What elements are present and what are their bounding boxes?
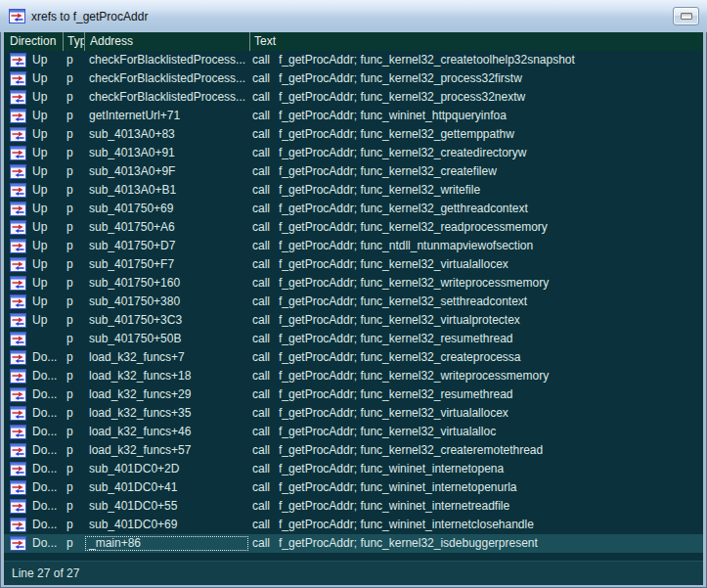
cell-direction: Up [32, 107, 63, 125]
xref-row[interactable]: Do... p sub_401DC0+41 call f_getProcAddr… [4, 478, 703, 497]
cell-type: p [63, 237, 84, 255]
xref-row[interactable]: Up p sub_401750+69 call f_getProcAddr; f… [4, 200, 703, 218]
cell-mnemonic: call [249, 311, 279, 330]
cell-mnemonic: call [249, 534, 279, 553]
cell-address: sub_401750+D7 [84, 238, 249, 254]
cell-mnemonic: call [249, 385, 279, 404]
xref-row[interactable]: Up p sub_401750+A6 call f_getProcAddr; f… [4, 218, 703, 237]
xref-row[interactable]: Up p sub_4013A0+9F call f_getProcAddr; f… [4, 162, 703, 181]
status-text: Line 27 of 27 [12, 566, 79, 580]
xref-row[interactable]: Do... p load_k32_funcs+29 call f_getProc… [4, 385, 703, 404]
xref-row[interactable]: Do... p sub_401DC0+55 call f_getProcAddr… [4, 497, 703, 516]
row-icon-cell [4, 536, 32, 551]
cell-type: p [63, 404, 84, 423]
header-type[interactable]: Typ [63, 32, 84, 51]
titlebar[interactable]: xrefs to f_getProcAddr [0, 0, 707, 32]
cell-direction: Do... [32, 516, 63, 534]
xref-icon [10, 499, 26, 514]
cell-direction: Up [32, 200, 63, 218]
cell-direction: Do... [32, 460, 63, 478]
cell-address: load_k32_funcs+57 [84, 442, 249, 459]
xref-row[interactable]: Do... p _main+86 call f_getProcAddr; fun… [4, 534, 703, 553]
xref-row[interactable]: Do... p load_k32_funcs+18 call f_getProc… [4, 367, 703, 385]
xref-row[interactable]: p sub_401750+50B call f_getProcAddr; fun… [4, 330, 703, 348]
xref-row[interactable]: Up p checkForBlacklistedProcess... call … [4, 51, 703, 69]
xref-row[interactable]: Do... p load_k32_funcs+46 call f_getProc… [4, 423, 703, 441]
cell-text: f_getProcAddr; func_kernel32_resumethrea… [279, 330, 703, 348]
cell-mnemonic: call [249, 293, 279, 311]
cell-address: sub_401DC0+41 [84, 479, 249, 496]
cell-mnemonic: call [249, 125, 279, 144]
column-headers: Direction Typ Address Text [4, 32, 703, 51]
cell-direction: Up [32, 293, 63, 311]
xref-icon [10, 406, 26, 421]
cell-text: f_getProcAddr; func_kernel32_createfilew [279, 162, 703, 181]
xref-row[interactable]: Up p sub_4013A0+91 call f_getProcAddr; f… [4, 144, 703, 162]
window-body: Direction Typ Address Text Up p checkFor… [4, 32, 703, 585]
row-icon-cell [4, 183, 32, 198]
xref-row[interactable]: Up p sub_4013A0+83 call f_getProcAddr; f… [4, 125, 703, 144]
cell-type: p [63, 534, 84, 553]
cell-direction: Up [32, 255, 63, 274]
cell-type: p [63, 162, 84, 181]
xref-row[interactable]: Up p sub_401750+380 call f_getProcAddr; … [4, 293, 703, 311]
cell-address: sub_401DC0+55 [84, 498, 249, 515]
row-icon-cell [4, 220, 32, 235]
header-direction[interactable]: Direction [4, 32, 63, 51]
header-address[interactable]: Address [84, 32, 249, 51]
cell-address: sub_401750+160 [84, 275, 249, 292]
xref-icon [10, 313, 26, 328]
xref-icon [10, 480, 26, 495]
row-icon-cell [4, 443, 32, 458]
restore-button[interactable] [673, 7, 699, 25]
cell-text: f_getProcAddr; func_kernel32_writefile [279, 181, 703, 200]
cell-mnemonic: call [249, 441, 279, 460]
xref-row[interactable]: Up p getInternetUrl+71 call f_getProcAdd… [4, 107, 703, 125]
cell-type: p [63, 107, 84, 125]
cell-type: p [63, 69, 84, 88]
cell-address: sub_4013A0+91 [84, 145, 249, 161]
cell-direction: Do... [32, 348, 63, 367]
xref-icon [10, 294, 26, 309]
cell-address: sub_4013A0+9F [84, 163, 249, 180]
xref-row[interactable]: Do... p load_k32_funcs+35 call f_getProc… [4, 404, 703, 423]
cell-text: f_getProcAddr; func_kernel32_gettemppath… [279, 125, 703, 144]
cell-address: getInternetUrl+71 [84, 108, 249, 124]
xref-row[interactable]: Up p checkForBlacklistedProcess... call … [4, 69, 703, 88]
xref-icon [10, 239, 26, 253]
xref-row[interactable]: Do... p load_k32_funcs+7 call f_getProcA… [4, 348, 703, 367]
cell-address: sub_401750+69 [84, 201, 249, 217]
cell-type: p [63, 497, 84, 516]
xref-row[interactable]: Do... p sub_401DC0+69 call f_getProcAddr… [4, 516, 703, 534]
row-icon-cell [4, 90, 32, 105]
xref-icon [10, 109, 26, 123]
cell-mnemonic: call [249, 460, 279, 478]
cell-type: p [63, 218, 84, 237]
xref-row[interactable]: Up p sub_401750+F7 call f_getProcAddr; f… [4, 255, 703, 274]
cell-text: f_getProcAddr; func_kernel32_setthreadco… [279, 293, 703, 311]
cell-text: f_getProcAddr; func_kernel32_readprocess… [279, 218, 703, 237]
cell-type: p [63, 367, 84, 385]
cell-address: sub_401750+50B [84, 331, 249, 347]
xref-icon [10, 127, 26, 142]
cell-direction: Up [32, 237, 63, 255]
cell-type: p [63, 125, 84, 144]
cell-address: sub_401750+380 [84, 294, 249, 310]
cell-direction: Up [32, 181, 63, 200]
xref-row[interactable]: Up p sub_401750+3C3 call f_getProcAddr; … [4, 311, 703, 330]
xref-row[interactable]: Up p sub_4013A0+B1 call f_getProcAddr; f… [4, 181, 703, 200]
header-text[interactable]: Text [249, 32, 703, 51]
xref-row[interactable]: Up p checkForBlacklistedProcess... call … [4, 88, 703, 107]
xref-row[interactable]: Do... p sub_401DC0+2D call f_getProcAddr… [4, 460, 703, 478]
xref-row[interactable]: Up p sub_401750+D7 call f_getProcAddr; f… [4, 237, 703, 255]
cell-direction: Do... [32, 423, 63, 441]
cell-direction: Do... [32, 385, 63, 404]
xref-row[interactable]: Do... p load_k32_funcs+57 call f_getProc… [4, 441, 703, 460]
cell-mnemonic: call [249, 237, 279, 255]
row-icon-cell [4, 127, 32, 142]
xref-icon [10, 462, 26, 476]
row-icon-cell [4, 276, 32, 291]
xref-row[interactable]: Up p sub_401750+160 call f_getProcAddr; … [4, 274, 703, 293]
cell-mnemonic: call [249, 69, 279, 88]
restore-icon [681, 13, 692, 20]
